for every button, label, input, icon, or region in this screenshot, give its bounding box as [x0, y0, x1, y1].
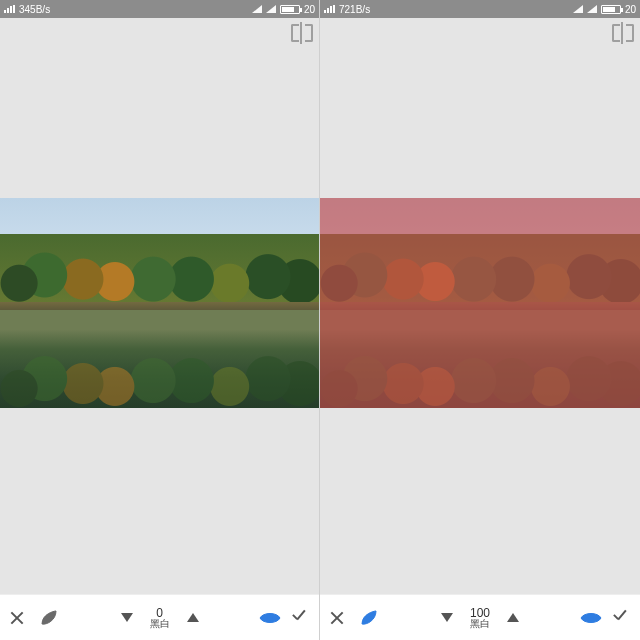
slider-readout[interactable]: 100 黑白	[470, 607, 490, 629]
mask-visibility-button[interactable]	[580, 607, 602, 629]
slider-readout[interactable]: 0 黑白	[150, 607, 170, 629]
pane-left: 345B/s 20	[0, 0, 320, 640]
status-time: 20	[304, 4, 315, 15]
canvas[interactable]	[320, 198, 640, 408]
filter-leaf-button[interactable]	[38, 607, 60, 629]
svg-point-1	[588, 615, 594, 621]
apply-button[interactable]	[291, 607, 313, 629]
battery-icon	[280, 5, 300, 14]
arrow-up-icon	[187, 613, 199, 622]
top-bar	[0, 18, 319, 58]
compare-icon[interactable]	[612, 24, 634, 42]
value-increase-button[interactable]	[502, 607, 524, 629]
value-increase-button[interactable]	[182, 607, 204, 629]
status-time: 20	[625, 4, 636, 15]
slider-label: 黑白	[470, 619, 490, 629]
filter-leaf-button[interactable]	[358, 607, 380, 629]
battery-icon	[601, 5, 621, 14]
svg-point-0	[267, 615, 273, 621]
signal-icon	[4, 5, 15, 13]
top-bar	[320, 18, 640, 58]
apply-button[interactable]	[612, 607, 634, 629]
value-decrease-button[interactable]	[436, 607, 458, 629]
compare-icon[interactable]	[291, 24, 313, 42]
status-net-speed: 721B/s	[339, 4, 370, 15]
value-decrease-button[interactable]	[116, 607, 138, 629]
arrow-up-icon	[507, 613, 519, 622]
signal-icon	[324, 5, 335, 13]
photo	[0, 198, 319, 408]
cell-icon	[573, 5, 583, 13]
mask-visibility-button[interactable]	[259, 607, 281, 629]
slider-value: 100	[470, 607, 490, 619]
cancel-button[interactable]	[326, 607, 348, 629]
canvas[interactable]	[0, 198, 319, 408]
bottom-bar: 0 黑白	[0, 594, 319, 640]
slider-label: 黑白	[150, 619, 170, 629]
cancel-button[interactable]	[6, 607, 28, 629]
cell-icon-2	[587, 5, 597, 13]
cell-icon	[252, 5, 262, 13]
status-bar: 345B/s 20	[0, 0, 319, 18]
arrow-down-icon	[441, 613, 453, 622]
cell-icon-2	[266, 5, 276, 13]
status-bar: 721B/s 20	[320, 0, 640, 18]
pane-right: 721B/s 20	[320, 0, 640, 640]
slider-value: 0	[156, 607, 163, 619]
status-net-speed: 345B/s	[19, 4, 50, 15]
arrow-down-icon	[121, 613, 133, 622]
photo	[320, 198, 640, 408]
app-root: 345B/s 20	[0, 0, 640, 640]
bottom-bar: 100 黑白	[320, 594, 640, 640]
